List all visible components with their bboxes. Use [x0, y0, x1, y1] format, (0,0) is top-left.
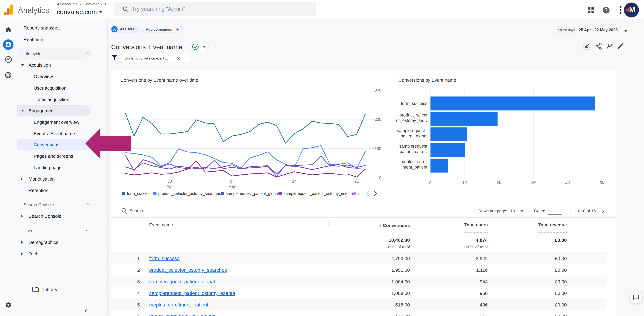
- svg-text:samplerequest_: samplerequest_: [397, 128, 428, 133]
- svg-text:4K: 4K: [565, 181, 570, 185]
- svg-text:?: ?: [605, 7, 608, 13]
- svg-text:3K: 3K: [531, 181, 536, 185]
- svg-text:product_select: product_select: [399, 113, 427, 117]
- svg-text:form_success: form_success: [127, 191, 152, 196]
- svg-text:May: May: [228, 184, 236, 189]
- svg-text:product_selector_ostomy_search: product_selector_ostomy_searches: [158, 191, 221, 196]
- svg-text:300: 300: [374, 88, 381, 92]
- svg-text:30: 30: [168, 179, 172, 183]
- svg-text:1K: 1K: [462, 181, 467, 185]
- svg-text:0: 0: [379, 176, 381, 180]
- svg-text:200: 200: [374, 117, 381, 122]
- svg-text:ment_patient: ment_patient: [402, 165, 428, 170]
- svg-text:21: 21: [354, 179, 359, 183]
- svg-text:samplerequest: samplerequest: [399, 144, 428, 149]
- svg-text:meplus_enroll: meplus_enroll: [401, 159, 427, 164]
- svg-text:samplerequest_patient_global: samplerequest_patient_global: [226, 191, 279, 196]
- svg-text:form_success: form_success: [401, 101, 427, 106]
- svg-text:5K: 5K: [600, 181, 604, 185]
- svg-text:m: m: [358, 191, 362, 196]
- svg-text:_patient_osto…: _patient_osto…: [397, 149, 427, 154]
- svg-text:2K: 2K: [497, 181, 502, 185]
- svg-text:0: 0: [429, 181, 432, 185]
- svg-text:patient_global: patient_global: [401, 134, 427, 138]
- svg-text:100: 100: [374, 146, 381, 151]
- svg-text:Apr: Apr: [167, 184, 173, 189]
- svg-text:or_ostomy_se…: or_ostomy_se…: [396, 118, 427, 123]
- svg-text:samplerequest_patient_ostomy_e: samplerequest_patient_ostomy_esenta: [284, 191, 353, 196]
- svg-text:07: 07: [230, 179, 234, 183]
- svg-text:14: 14: [292, 179, 296, 183]
